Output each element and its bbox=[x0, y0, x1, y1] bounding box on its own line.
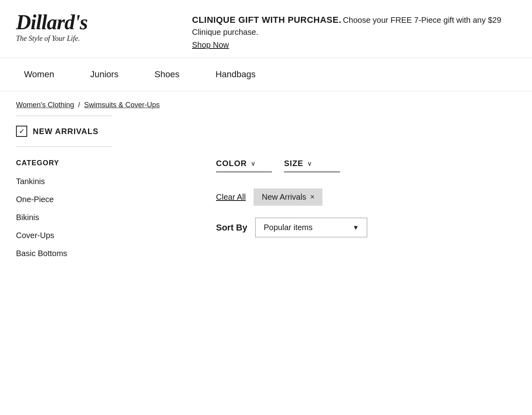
sort-select-arrow-icon: ▼ bbox=[352, 224, 359, 231]
breadcrumb-separator: / bbox=[78, 101, 80, 109]
sort-select[interactable]: Popular items ▼ bbox=[255, 218, 367, 237]
logo-area: Dillard's The Style of Your Life. bbox=[16, 12, 128, 43]
color-filter-btn[interactable]: COLOR ∨ bbox=[216, 159, 272, 172]
color-chevron-icon: ∨ bbox=[251, 160, 256, 167]
clear-all-button[interactable]: Clear All bbox=[216, 192, 246, 202]
breadcrumb-parent-link[interactable]: Women's Clothing bbox=[16, 101, 74, 109]
filter-tag-close-icon[interactable]: × bbox=[310, 193, 315, 201]
category-heading: CATEGORY bbox=[16, 159, 120, 167]
sort-select-value: Popular items bbox=[264, 223, 312, 232]
new-arrivals-label: NEW ARRIVALS bbox=[33, 127, 98, 136]
nav-item-handbags[interactable]: Handbags bbox=[200, 58, 276, 91]
color-filter-label: COLOR bbox=[216, 159, 247, 168]
category-item-onepiece[interactable]: One-Piece bbox=[16, 195, 120, 204]
category-item-bikinis[interactable]: Bikinis bbox=[16, 213, 120, 222]
shop-now-link[interactable]: Shop Now bbox=[192, 40, 229, 50]
main-nav: Women Juniors Shoes Handbags bbox=[0, 58, 532, 91]
category-item-basicbottoms[interactable]: Basic Bottoms bbox=[16, 249, 120, 258]
size-filter-label: SIZE bbox=[284, 159, 303, 168]
sort-by-label: Sort By bbox=[216, 223, 247, 233]
new-arrivals-filter-tag[interactable]: New Arrivals × bbox=[254, 188, 322, 206]
filter-tag-label: New Arrivals bbox=[262, 192, 306, 202]
logo-brand: Dillard's bbox=[16, 12, 128, 33]
breadcrumb-current-link[interactable]: Swimsuits & Cover-Ups bbox=[84, 101, 160, 109]
sort-row: Sort By Popular items ▼ bbox=[216, 218, 516, 237]
active-filters-row: Clear All New Arrivals × bbox=[216, 188, 516, 206]
size-chevron-icon: ∨ bbox=[307, 160, 312, 167]
filter-area: COLOR ∨ SIZE ∨ Clear All New Arrivals × … bbox=[120, 159, 516, 258]
checkmark-icon: ✓ bbox=[19, 128, 25, 135]
nav-item-women[interactable]: Women bbox=[16, 58, 74, 91]
size-filter-btn[interactable]: SIZE ∨ bbox=[284, 159, 340, 172]
sidebar: CATEGORY Tankinis One-Piece Bikinis Cove… bbox=[16, 159, 120, 258]
category-list: Tankinis One-Piece Bikinis Cover-Ups Bas… bbox=[16, 177, 120, 258]
logo-tagline: The Style of Your Life. bbox=[16, 34, 128, 43]
breadcrumb: Women's Clothing / Swimsuits & Cover-Ups bbox=[0, 91, 532, 116]
new-arrivals-checkbox[interactable]: ✓ bbox=[16, 126, 27, 137]
nav-item-juniors[interactable]: Juniors bbox=[74, 58, 138, 91]
category-item-coverups[interactable]: Cover-Ups bbox=[16, 231, 120, 240]
category-item-tankinis[interactable]: Tankinis bbox=[16, 177, 120, 186]
content-area: CATEGORY Tankinis One-Piece Bikinis Cove… bbox=[0, 147, 532, 270]
nav-item-shoes[interactable]: Shoes bbox=[138, 58, 199, 91]
new-arrivals-row: ✓ NEW ARRIVALS bbox=[0, 116, 532, 146]
filter-row: COLOR ∨ SIZE ∨ bbox=[216, 159, 516, 172]
header: Dillard's The Style of Your Life. CLINIQ… bbox=[0, 0, 532, 58]
promo-area: CLINIQUE GIFT WITH PURCHASE. Choose your… bbox=[128, 12, 516, 50]
promo-title: CLINIQUE GIFT WITH PURCHASE. bbox=[192, 15, 341, 25]
